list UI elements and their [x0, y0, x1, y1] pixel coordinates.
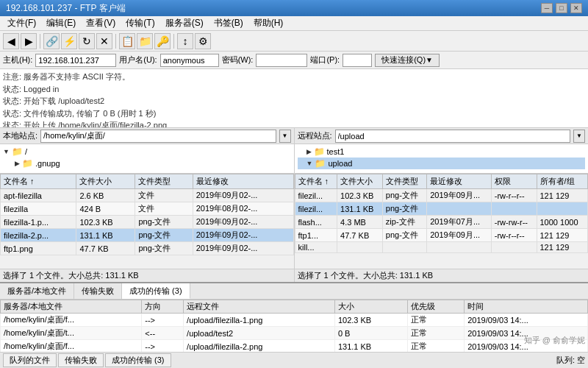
remote-file-cell-type: png-文件: [382, 229, 426, 242]
transfer-col-time[interactable]: 时间: [465, 300, 588, 314]
remote-file-cell-type: png-文件: [382, 189, 426, 202]
local-file-cell-date: 2019年09月02-...: [193, 242, 293, 255]
menu-item-s[interactable]: 服务器(S): [161, 16, 208, 30]
host-input[interactable]: [35, 54, 116, 67]
bottom-tab-queue[interactable]: 队列的文件: [3, 353, 57, 367]
local-file-cell-size: 2.6 KB: [76, 189, 135, 202]
menu-item-b[interactable]: 书签(B): [209, 16, 248, 30]
local-col-type[interactable]: 文件类型: [135, 174, 193, 189]
bottom-bar: 队列的文件 传输失败 成功的传输 (3) 队列: 空: [0, 352, 588, 368]
port-input[interactable]: [343, 54, 372, 67]
remote-tree-test1[interactable]: ▶ 📁 test1: [298, 146, 586, 158]
menu-item-v[interactable]: 查看(V): [82, 16, 120, 30]
transfer-row[interactable]: /home/kylin/桌面/f...-->/upload/filezilla-…: [1, 340, 588, 353]
menu-item-f[interactable]: 文件(F): [3, 16, 40, 30]
transfer-header: 服务器/本地文件 传输失败 成功的传输 (3): [0, 283, 588, 300]
local-file-cell-size: 47.7 KB: [76, 242, 135, 255]
minimize-button[interactable]: ─: [541, 3, 553, 13]
transfer-col-priority[interactable]: 优先级: [408, 300, 465, 314]
remote-file-row[interactable]: filezil...131.1 KBpng-文件: [295, 202, 588, 216]
log-line-1: 注意: 服务器不支持非 ASCII 字符。: [3, 71, 585, 83]
menu-item-t[interactable]: 传输(T): [121, 16, 159, 30]
menu-item-e[interactable]: 编辑(E): [42, 16, 80, 30]
bottom-tab-fail[interactable]: 传输失败: [58, 353, 104, 367]
toolbar-btn-2[interactable]: ▶: [21, 33, 37, 49]
remote-tree-upload-icon: 📁: [315, 158, 326, 169]
menu-bar: 文件(F)编辑(E)查看(V)传输(T)服务器(S)书签(B)帮助(H): [0, 16, 588, 31]
local-file-row[interactable]: filezilla-1.p...102.3 KBpng-文件2019年09月02…: [1, 216, 294, 229]
transfer-col-size[interactable]: 大小: [334, 300, 407, 314]
remote-col-size[interactable]: 文件大小: [337, 174, 383, 189]
transfer-col-dir[interactable]: 方向: [142, 300, 184, 314]
remote-col-perm[interactable]: 权限: [491, 174, 537, 189]
toolbar-btn-6[interactable]: ✕: [96, 33, 112, 49]
toolbar-btn-8[interactable]: 📁: [137, 33, 153, 49]
remote-table: 文件名 ↑ 文件大小 文件类型 最近修改 权限 所有者/组 filezil...…: [295, 174, 589, 253]
toolbar-btn-3[interactable]: 🔗: [43, 33, 60, 49]
toolbar-btn-4[interactable]: ⚡: [61, 33, 77, 49]
user-input[interactable]: [160, 54, 219, 67]
transfer-tab-success[interactable]: 成功的传输 (3): [122, 283, 190, 299]
remote-file-row[interactable]: kill...121 129: [295, 242, 588, 253]
transfer-col-remote[interactable]: 远程文件: [184, 300, 335, 314]
local-path-input[interactable]: [40, 130, 276, 143]
bottom-tab-success[interactable]: 成功的传输 (3): [105, 353, 171, 367]
transfer-cell-size: 0 B: [334, 327, 407, 340]
transfer-table-area: 服务器/本地文件 方向 远程文件 大小 优先级 时间 /home/kylin/桌…: [0, 300, 588, 352]
local-col-size[interactable]: 文件大小: [76, 174, 135, 189]
menu-item-h[interactable]: 帮助(H): [249, 16, 288, 30]
transfer-cell-dir: <--: [142, 327, 184, 340]
remote-file-cell-perm: -rw-r--r--: [491, 189, 537, 202]
remote-tree-test1-icon: 📁: [314, 146, 325, 157]
toolbar-btn-10[interactable]: ↕: [177, 33, 193, 49]
remote-tree: ▶ 📁 test1 ▼ 📁 upload: [295, 144, 589, 174]
transfer-cell-priority: 正常: [408, 314, 465, 327]
log-panel: 注意: 服务器不支持非 ASCII 字符。 状态: Logged in 状态: …: [0, 69, 588, 128]
local-file-table: 文件名 ↑ 文件大小 文件类型 最近修改 apt-filezilla2.6 KB…: [0, 174, 294, 269]
remote-file-cell-name: filezil...: [295, 202, 337, 216]
local-col-name[interactable]: 文件名 ↑: [1, 174, 76, 189]
remote-col-type[interactable]: 文件类型: [382, 174, 426, 189]
local-path-dropdown[interactable]: ▼: [279, 130, 291, 143]
remote-col-name[interactable]: 文件名 ↑: [295, 174, 337, 189]
remote-status-bar: 选择了 1 个文件。大小总共: 131.1 KB: [295, 269, 589, 282]
local-file-cell-size: 131.1 KB: [76, 229, 135, 242]
transfer-tab-failed[interactable]: 传输失败: [74, 283, 122, 299]
transfer-row[interactable]: /home/kylin/桌面/t...<--/upload/test20 B正常…: [1, 327, 588, 340]
local-file-row[interactable]: filezilla424 B文件2019年08月02-...: [1, 202, 294, 216]
transfer-cell-remote: /upload/filezilla-1.png: [184, 314, 335, 327]
remote-col-date[interactable]: 最近修改: [427, 174, 492, 189]
local-file-row[interactable]: apt-filezilla2.6 KB文件2019年09月02-...: [1, 189, 294, 202]
local-tree-root[interactable]: ▼ 📁 /: [3, 146, 291, 158]
toolbar-btn-5[interactable]: ↻: [79, 33, 95, 49]
pass-input[interactable]: [256, 54, 307, 67]
toolbar-btn-11[interactable]: ⚙: [195, 33, 211, 49]
remote-path-input[interactable]: [335, 130, 570, 143]
local-file-row[interactable]: filezilla-2.p...131.1 KBpng-文件2019年09月02…: [1, 229, 294, 242]
quick-connect-button[interactable]: 快速连接(Q) ▼: [375, 54, 440, 67]
remote-col-owner[interactable]: 所有者/组: [537, 174, 588, 189]
local-tree-gnupg[interactable]: ▶ 📁 .gnupg: [3, 158, 291, 169]
remote-file-row[interactable]: filezil...102.3 KBpng-文件2019年09月...-rw-r…: [295, 189, 588, 202]
local-file-row[interactable]: ftp1.png47.7 KBpng-文件2019年09月02-...: [1, 242, 294, 255]
transfer-tab-server[interactable]: 服务器/本地文件: [0, 283, 74, 299]
remote-tree-upload[interactable]: ▼ 📁 upload: [298, 158, 586, 169]
remote-file-cell-type: [382, 242, 426, 253]
remote-file-cell-owner: [537, 202, 588, 216]
maximize-button[interactable]: □: [556, 3, 567, 13]
close-button[interactable]: ✕: [570, 3, 582, 13]
local-file-cell-type: png-文件: [135, 216, 193, 229]
toolbar-btn-9[interactable]: 🔑: [154, 33, 171, 49]
remote-path-dropdown[interactable]: ▼: [573, 130, 585, 143]
local-col-date[interactable]: 最近修改: [193, 174, 293, 189]
remote-file-row[interactable]: ftp1...47.7 KBpng-文件2019年09月...-rw-r--r-…: [295, 229, 588, 242]
remote-file-cell-perm: [491, 242, 537, 253]
remote-file-cell-owner: 121 129: [537, 242, 588, 253]
toolbar-separator-3: [173, 34, 174, 49]
toolbar-btn-7[interactable]: 📋: [119, 33, 135, 49]
remote-file-row[interactable]: flash...4.3 MBzip-文件2019年07月...-rw-rw-r-…: [295, 216, 588, 229]
transfer-row[interactable]: /home/kylin/桌面/f...-->/upload/filezilla-…: [1, 314, 588, 327]
transfer-col-local[interactable]: 服务器/本地文件: [1, 300, 142, 314]
toolbar-btn-1[interactable]: ◀: [3, 33, 19, 49]
local-tree-root-folder-icon: 📁: [12, 146, 23, 157]
